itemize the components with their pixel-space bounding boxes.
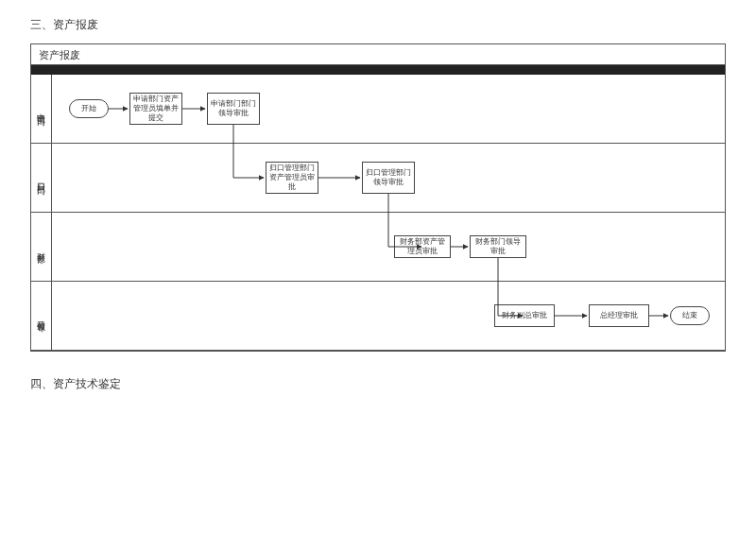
lane-apply-dept: 申请部门 开始 申请部门资产管理员填单并提交 申请部门部门领导审批	[31, 75, 725, 144]
node-end: 结束	[670, 306, 710, 325]
lane-label-0: 申请部门	[31, 75, 52, 143]
swimlanes: 申请部门 开始 申请部门资产管理员填单并提交 申请部门部门领导审批 归口部门 归…	[31, 75, 725, 351]
node-n2: 申请部门部门领导审批	[207, 93, 260, 125]
lane-label-1: 归口部门	[31, 144, 52, 212]
diagram-header-band	[31, 65, 725, 75]
node-n4: 归口管理部门领导审批	[362, 162, 415, 194]
lane-label-3: 公司领导	[31, 282, 52, 350]
section-heading-3: 三、资产报废	[30, 17, 98, 33]
node-start: 开始	[69, 99, 109, 118]
swimlane-diagram: 资产报废 申请部门 开始 申请部门资产管理员填单并提交 申请部门部门领导审批 归…	[30, 43, 726, 352]
section-heading-4: 四、资产技术鉴定	[30, 376, 121, 392]
node-n5: 财务部资产管理员审批	[394, 235, 451, 258]
node-n7: 财务副总审批	[494, 304, 555, 327]
node-n3: 归口管理部门资产管理员审批	[266, 162, 318, 194]
page: 三、资产报废 资产报废 申请部门 开始 申请部门资产管理员填单并提交 申请部门部…	[0, 0, 756, 535]
lane-label-2: 财务部	[31, 213, 52, 281]
node-n6: 财务部门领导审批	[470, 235, 526, 258]
node-n8: 总经理审批	[589, 304, 649, 327]
node-n1: 申请部门资产管理员填单并提交	[129, 93, 182, 125]
lane-company-leader: 公司领导 财务副总审批 总经理审批 结束	[31, 282, 725, 351]
diagram-title: 资产报废	[31, 44, 725, 65]
lane-gate-dept: 归口部门 归口管理部门资产管理员审批 归口管理部门领导审批	[31, 144, 725, 213]
lane-finance: 财务部 财务部资产管理员审批 财务部门领导审批	[31, 213, 725, 282]
